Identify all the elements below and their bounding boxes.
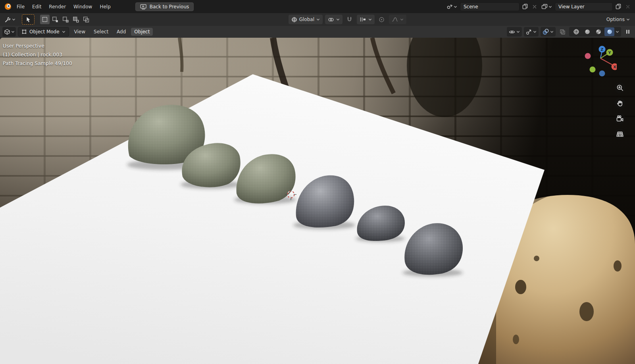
scene-name-value: Scene bbox=[464, 4, 478, 10]
render-progress-label: Path Tracing Sample 49/100 bbox=[3, 59, 72, 68]
viewport-menu-object[interactable]: Object bbox=[131, 28, 153, 36]
select-subtract-icon bbox=[62, 16, 69, 23]
menu-window[interactable]: Window bbox=[70, 3, 96, 11]
xray-icon bbox=[560, 29, 566, 35]
gizmo-x-label: X bbox=[613, 65, 616, 69]
gizmo-y-label: Y bbox=[608, 50, 611, 55]
white-plane[interactable] bbox=[0, 74, 545, 364]
select-mode-set-button[interactable] bbox=[40, 15, 50, 24]
visibility-eye-icon bbox=[509, 29, 515, 35]
view-layer-name-field[interactable]: View Layer bbox=[555, 2, 613, 11]
snap-toggle[interactable] bbox=[345, 15, 354, 24]
proportional-editing-icon bbox=[379, 17, 385, 23]
shading-wireframe-button[interactable] bbox=[571, 27, 581, 36]
select-invert-icon bbox=[73, 16, 79, 23]
gizmos-dropdown[interactable] bbox=[524, 27, 539, 37]
menu-edit[interactable]: Edit bbox=[29, 3, 45, 11]
view-layer-icon bbox=[541, 4, 548, 10]
grid-perspective-icon bbox=[616, 130, 624, 138]
pan-tool-button[interactable] bbox=[614, 98, 625, 109]
chevron-down-icon bbox=[533, 30, 537, 33]
options-dropdown[interactable]: Options bbox=[604, 15, 632, 23]
new-scene-button[interactable] bbox=[521, 2, 529, 11]
zoom-tool-button[interactable] bbox=[614, 82, 625, 93]
blender-logo-icon[interactable] bbox=[3, 3, 13, 10]
chevron-down-icon bbox=[400, 18, 404, 21]
camera-view-button[interactable] bbox=[614, 113, 625, 124]
magnet-icon bbox=[346, 16, 352, 23]
menu-file[interactable]: File bbox=[13, 3, 28, 11]
overlays-dropdown[interactable] bbox=[541, 27, 556, 37]
chevron-down-icon bbox=[548, 5, 552, 8]
select-mode-intersect-button[interactable] bbox=[81, 15, 91, 24]
gizmo-minus-z-axis[interactable] bbox=[599, 71, 605, 77]
gizmo-minus-x-axis[interactable] bbox=[585, 53, 591, 59]
shading-group bbox=[569, 27, 621, 37]
select-mode-subtract-button[interactable] bbox=[61, 15, 70, 24]
select-mode-invert-button[interactable] bbox=[71, 15, 81, 24]
delete-scene-button[interactable] bbox=[530, 2, 539, 11]
cursor-icon bbox=[25, 16, 31, 23]
mode-value: Object Mode bbox=[29, 29, 60, 35]
scene-selector-dropdown[interactable] bbox=[445, 3, 459, 10]
object-visibility-dropdown[interactable] bbox=[507, 27, 522, 37]
view-layer-name-value: View Layer bbox=[558, 4, 585, 10]
chevron-down-icon bbox=[454, 5, 457, 8]
mode-selector[interactable]: Object Mode bbox=[18, 27, 69, 37]
pause-bars-icon bbox=[625, 29, 630, 35]
navigation-gizmo[interactable]: Z Y X bbox=[582, 40, 617, 77]
shading-material-button[interactable] bbox=[593, 27, 603, 36]
proportional-falloff-dropdown[interactable] bbox=[389, 15, 406, 24]
chevron-down-icon bbox=[316, 18, 320, 21]
viewport-menu-add[interactable]: Add bbox=[114, 28, 129, 36]
gizmo-z-label: Z bbox=[601, 47, 604, 52]
remove-view-layer-button[interactable] bbox=[623, 2, 632, 11]
material-sphere-icon bbox=[595, 29, 602, 35]
transform-snap-cluster: Global bbox=[289, 15, 406, 24]
rendered-sphere-icon bbox=[606, 29, 613, 35]
viewport-menu-select[interactable]: Select bbox=[90, 28, 112, 36]
chevron-down-icon bbox=[550, 30, 554, 33]
wireframe-sphere-icon bbox=[573, 29, 579, 35]
viewport-menu-view[interactable]: View bbox=[71, 28, 89, 36]
falloff-curve-icon bbox=[392, 17, 398, 22]
duplicate-icon bbox=[522, 4, 528, 10]
active-tool-tweak-button[interactable] bbox=[22, 14, 35, 25]
chevron-down-icon bbox=[336, 18, 340, 21]
view-layer-dropdown[interactable] bbox=[540, 3, 554, 10]
chevron-down-icon bbox=[11, 30, 15, 33]
orientation-global-icon bbox=[291, 17, 297, 23]
zoom-icon bbox=[616, 84, 624, 92]
select-mode-extend-button[interactable] bbox=[50, 15, 60, 24]
chevron-down-icon bbox=[516, 30, 520, 33]
camera-icon bbox=[616, 115, 624, 123]
menu-render[interactable]: Render bbox=[45, 3, 69, 11]
xray-toggle[interactable] bbox=[558, 27, 567, 37]
editor-type-button[interactable] bbox=[2, 27, 16, 37]
proportional-editing-toggle[interactable] bbox=[377, 15, 387, 24]
duplicate-icon bbox=[616, 4, 621, 10]
shading-rendered-button[interactable] bbox=[604, 27, 614, 36]
viewport-3d[interactable]: User Perspective (1) Collection | rock.0… bbox=[0, 38, 635, 364]
toggle-projection-button[interactable] bbox=[614, 129, 625, 140]
scene-name-field[interactable]: Scene bbox=[460, 2, 520, 11]
options-label: Options bbox=[606, 17, 625, 22]
snap-target-dropdown[interactable] bbox=[357, 15, 375, 24]
topbar: File Edit Render Window Help Back to Pre… bbox=[0, 0, 635, 13]
shading-solid-button[interactable] bbox=[582, 27, 592, 36]
new-view-layer-button[interactable] bbox=[614, 2, 622, 11]
pivot-point-dropdown[interactable] bbox=[325, 15, 343, 24]
menu-help[interactable]: Help bbox=[96, 3, 114, 11]
gizmo-minus-y-axis[interactable] bbox=[590, 67, 596, 73]
back-to-previous-button[interactable]: Back to Previous bbox=[135, 2, 194, 11]
tool-settings-dropdown[interactable] bbox=[3, 16, 17, 23]
close-icon bbox=[625, 4, 630, 9]
viewport-editor-icon bbox=[4, 29, 10, 35]
transform-orientation-dropdown[interactable]: Global bbox=[289, 15, 323, 24]
scene-icon bbox=[446, 4, 453, 10]
hand-icon bbox=[616, 99, 624, 107]
select-mode-group bbox=[40, 15, 91, 24]
snap-increment-icon bbox=[360, 17, 366, 22]
header-overflow-button[interactable] bbox=[623, 27, 633, 37]
orientation-value: Global bbox=[299, 17, 314, 22]
